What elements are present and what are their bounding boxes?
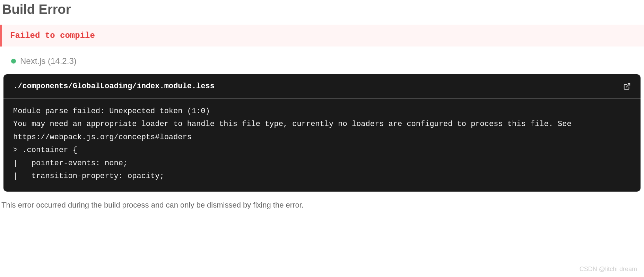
framework-label: Next.js (14.2.3)	[20, 56, 77, 66]
code-header: ./components/GlobalLoading/index.module.…	[3, 74, 641, 99]
framework-info: Next.js (14.2.3)	[0, 56, 644, 74]
error-banner: Failed to compile	[0, 25, 644, 47]
watermark: CSDN @litchi dream	[580, 266, 637, 273]
code-block: ./components/GlobalLoading/index.module.…	[3, 74, 641, 192]
footer-note: This error occurred during the build pro…	[0, 201, 644, 210]
code-body: Module parse failed: Unexpected token (1…	[3, 99, 641, 192]
file-path: ./components/GlobalLoading/index.module.…	[13, 82, 215, 91]
status-dot-icon	[11, 59, 16, 64]
page-title: Build Error	[0, 0, 644, 25]
error-message: Failed to compile	[10, 31, 636, 40]
external-link-icon[interactable]	[623, 83, 631, 90]
svg-line-0	[626, 83, 630, 87]
